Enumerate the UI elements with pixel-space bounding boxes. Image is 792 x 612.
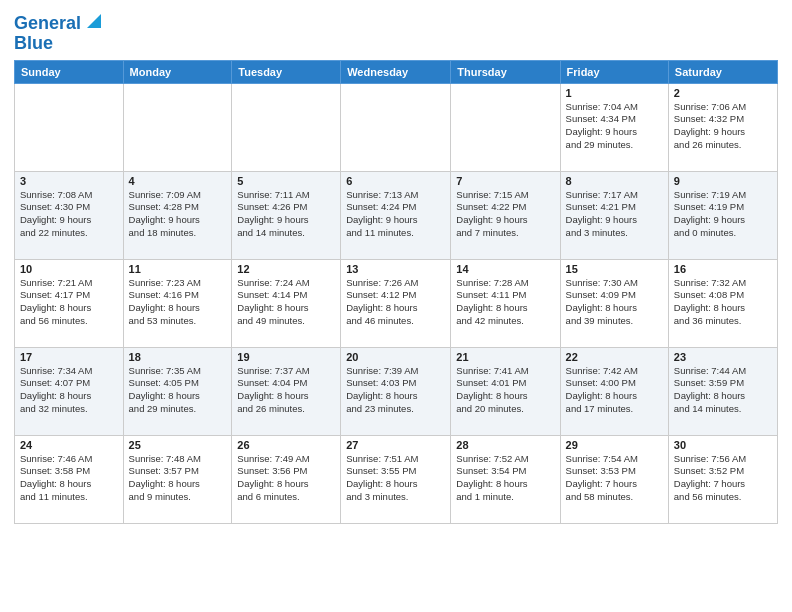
day-number: 30 bbox=[674, 439, 772, 451]
day-info: Sunrise: 7:56 AM Sunset: 3:52 PM Dayligh… bbox=[674, 453, 772, 504]
weekday-header-monday: Monday bbox=[123, 60, 232, 83]
calendar-cell: 9Sunrise: 7:19 AM Sunset: 4:19 PM Daylig… bbox=[668, 171, 777, 259]
day-number: 1 bbox=[566, 87, 663, 99]
day-number: 17 bbox=[20, 351, 118, 363]
day-number: 6 bbox=[346, 175, 445, 187]
calendar-cell: 10Sunrise: 7:21 AM Sunset: 4:17 PM Dayli… bbox=[15, 259, 124, 347]
day-number: 4 bbox=[129, 175, 227, 187]
calendar-cell: 3Sunrise: 7:08 AM Sunset: 4:30 PM Daylig… bbox=[15, 171, 124, 259]
calendar-cell: 8Sunrise: 7:17 AM Sunset: 4:21 PM Daylig… bbox=[560, 171, 668, 259]
calendar-cell: 18Sunrise: 7:35 AM Sunset: 4:05 PM Dayli… bbox=[123, 347, 232, 435]
day-number: 19 bbox=[237, 351, 335, 363]
day-info: Sunrise: 7:51 AM Sunset: 3:55 PM Dayligh… bbox=[346, 453, 445, 504]
day-info: Sunrise: 7:34 AM Sunset: 4:07 PM Dayligh… bbox=[20, 365, 118, 416]
day-info: Sunrise: 7:32 AM Sunset: 4:08 PM Dayligh… bbox=[674, 277, 772, 328]
day-info: Sunrise: 7:44 AM Sunset: 3:59 PM Dayligh… bbox=[674, 365, 772, 416]
day-number: 21 bbox=[456, 351, 554, 363]
day-number: 8 bbox=[566, 175, 663, 187]
calendar-cell bbox=[451, 83, 560, 171]
day-info: Sunrise: 7:54 AM Sunset: 3:53 PM Dayligh… bbox=[566, 453, 663, 504]
calendar-cell: 15Sunrise: 7:30 AM Sunset: 4:09 PM Dayli… bbox=[560, 259, 668, 347]
calendar-table: SundayMondayTuesdayWednesdayThursdayFrid… bbox=[14, 60, 778, 524]
day-info: Sunrise: 7:15 AM Sunset: 4:22 PM Dayligh… bbox=[456, 189, 554, 240]
calendar-cell: 1Sunrise: 7:04 AM Sunset: 4:34 PM Daylig… bbox=[560, 83, 668, 171]
calendar-cell: 16Sunrise: 7:32 AM Sunset: 4:08 PM Dayli… bbox=[668, 259, 777, 347]
day-info: Sunrise: 7:23 AM Sunset: 4:16 PM Dayligh… bbox=[129, 277, 227, 328]
day-info: Sunrise: 7:26 AM Sunset: 4:12 PM Dayligh… bbox=[346, 277, 445, 328]
day-info: Sunrise: 7:42 AM Sunset: 4:00 PM Dayligh… bbox=[566, 365, 663, 416]
day-info: Sunrise: 7:09 AM Sunset: 4:28 PM Dayligh… bbox=[129, 189, 227, 240]
day-info: Sunrise: 7:06 AM Sunset: 4:32 PM Dayligh… bbox=[674, 101, 772, 152]
day-info: Sunrise: 7:49 AM Sunset: 3:56 PM Dayligh… bbox=[237, 453, 335, 504]
day-number: 26 bbox=[237, 439, 335, 451]
svg-marker-0 bbox=[87, 14, 101, 28]
day-number: 27 bbox=[346, 439, 445, 451]
day-info: Sunrise: 7:24 AM Sunset: 4:14 PM Dayligh… bbox=[237, 277, 335, 328]
day-info: Sunrise: 7:46 AM Sunset: 3:58 PM Dayligh… bbox=[20, 453, 118, 504]
calendar-cell: 25Sunrise: 7:48 AM Sunset: 3:57 PM Dayli… bbox=[123, 435, 232, 523]
week-row-4: 17Sunrise: 7:34 AM Sunset: 4:07 PM Dayli… bbox=[15, 347, 778, 435]
calendar-cell: 7Sunrise: 7:15 AM Sunset: 4:22 PM Daylig… bbox=[451, 171, 560, 259]
week-row-3: 10Sunrise: 7:21 AM Sunset: 4:17 PM Dayli… bbox=[15, 259, 778, 347]
calendar-cell: 20Sunrise: 7:39 AM Sunset: 4:03 PM Dayli… bbox=[341, 347, 451, 435]
calendar-cell: 23Sunrise: 7:44 AM Sunset: 3:59 PM Dayli… bbox=[668, 347, 777, 435]
header: General Blue bbox=[14, 10, 778, 54]
weekday-header-thursday: Thursday bbox=[451, 60, 560, 83]
day-info: Sunrise: 7:21 AM Sunset: 4:17 PM Dayligh… bbox=[20, 277, 118, 328]
day-info: Sunrise: 7:08 AM Sunset: 4:30 PM Dayligh… bbox=[20, 189, 118, 240]
weekday-header-row: SundayMondayTuesdayWednesdayThursdayFrid… bbox=[15, 60, 778, 83]
day-number: 12 bbox=[237, 263, 335, 275]
day-number: 25 bbox=[129, 439, 227, 451]
day-number: 16 bbox=[674, 263, 772, 275]
logo-icon bbox=[83, 10, 105, 32]
calendar-cell: 4Sunrise: 7:09 AM Sunset: 4:28 PM Daylig… bbox=[123, 171, 232, 259]
weekday-header-friday: Friday bbox=[560, 60, 668, 83]
calendar-cell: 11Sunrise: 7:23 AM Sunset: 4:16 PM Dayli… bbox=[123, 259, 232, 347]
day-info: Sunrise: 7:39 AM Sunset: 4:03 PM Dayligh… bbox=[346, 365, 445, 416]
day-number: 13 bbox=[346, 263, 445, 275]
calendar-cell bbox=[232, 83, 341, 171]
day-number: 9 bbox=[674, 175, 772, 187]
day-number: 7 bbox=[456, 175, 554, 187]
week-row-2: 3Sunrise: 7:08 AM Sunset: 4:30 PM Daylig… bbox=[15, 171, 778, 259]
weekday-header-wednesday: Wednesday bbox=[341, 60, 451, 83]
calendar-cell: 19Sunrise: 7:37 AM Sunset: 4:04 PM Dayli… bbox=[232, 347, 341, 435]
calendar-cell bbox=[123, 83, 232, 171]
week-row-5: 24Sunrise: 7:46 AM Sunset: 3:58 PM Dayli… bbox=[15, 435, 778, 523]
day-info: Sunrise: 7:28 AM Sunset: 4:11 PM Dayligh… bbox=[456, 277, 554, 328]
day-number: 20 bbox=[346, 351, 445, 363]
day-info: Sunrise: 7:37 AM Sunset: 4:04 PM Dayligh… bbox=[237, 365, 335, 416]
logo-text: General bbox=[14, 14, 81, 34]
day-number: 18 bbox=[129, 351, 227, 363]
weekday-header-sunday: Sunday bbox=[15, 60, 124, 83]
day-number: 24 bbox=[20, 439, 118, 451]
day-info: Sunrise: 7:11 AM Sunset: 4:26 PM Dayligh… bbox=[237, 189, 335, 240]
day-info: Sunrise: 7:35 AM Sunset: 4:05 PM Dayligh… bbox=[129, 365, 227, 416]
calendar-cell: 26Sunrise: 7:49 AM Sunset: 3:56 PM Dayli… bbox=[232, 435, 341, 523]
calendar-cell: 6Sunrise: 7:13 AM Sunset: 4:24 PM Daylig… bbox=[341, 171, 451, 259]
day-number: 11 bbox=[129, 263, 227, 275]
day-number: 14 bbox=[456, 263, 554, 275]
day-info: Sunrise: 7:17 AM Sunset: 4:21 PM Dayligh… bbox=[566, 189, 663, 240]
day-number: 28 bbox=[456, 439, 554, 451]
day-info: Sunrise: 7:52 AM Sunset: 3:54 PM Dayligh… bbox=[456, 453, 554, 504]
calendar-cell: 12Sunrise: 7:24 AM Sunset: 4:14 PM Dayli… bbox=[232, 259, 341, 347]
calendar-cell: 17Sunrise: 7:34 AM Sunset: 4:07 PM Dayli… bbox=[15, 347, 124, 435]
day-number: 5 bbox=[237, 175, 335, 187]
logo-text2: Blue bbox=[14, 34, 53, 54]
day-info: Sunrise: 7:41 AM Sunset: 4:01 PM Dayligh… bbox=[456, 365, 554, 416]
day-number: 2 bbox=[674, 87, 772, 99]
logo: General Blue bbox=[14, 14, 105, 54]
day-number: 23 bbox=[674, 351, 772, 363]
calendar-cell bbox=[341, 83, 451, 171]
day-info: Sunrise: 7:13 AM Sunset: 4:24 PM Dayligh… bbox=[346, 189, 445, 240]
week-row-1: 1Sunrise: 7:04 AM Sunset: 4:34 PM Daylig… bbox=[15, 83, 778, 171]
calendar-cell: 13Sunrise: 7:26 AM Sunset: 4:12 PM Dayli… bbox=[341, 259, 451, 347]
day-number: 10 bbox=[20, 263, 118, 275]
page: General Blue SundayMondayTuesdayWednesda… bbox=[0, 0, 792, 612]
day-info: Sunrise: 7:19 AM Sunset: 4:19 PM Dayligh… bbox=[674, 189, 772, 240]
day-number: 3 bbox=[20, 175, 118, 187]
calendar-cell: 2Sunrise: 7:06 AM Sunset: 4:32 PM Daylig… bbox=[668, 83, 777, 171]
calendar-cell: 28Sunrise: 7:52 AM Sunset: 3:54 PM Dayli… bbox=[451, 435, 560, 523]
calendar-cell: 27Sunrise: 7:51 AM Sunset: 3:55 PM Dayli… bbox=[341, 435, 451, 523]
